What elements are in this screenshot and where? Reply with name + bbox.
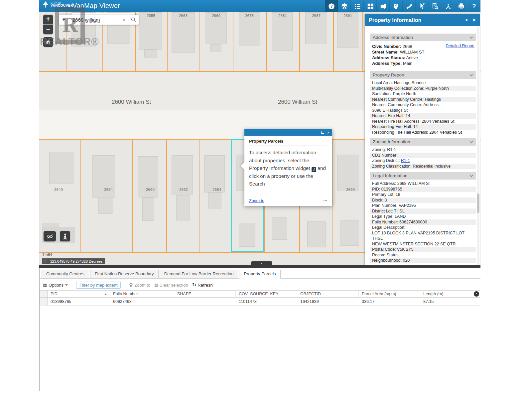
table-row[interactable]: 013998765 60627468 11011478 16421939 336…	[40, 298, 480, 306]
column-header-folio-number[interactable]: Folio Number	[110, 291, 174, 297]
basemap-gallery-tool-button[interactable]	[364, 0, 377, 12]
measure-tool-button[interactable]	[403, 0, 416, 12]
panel-collapse-tab[interactable]: ▼	[251, 261, 272, 265]
search-button[interactable]	[128, 15, 139, 25]
parcel-number: 2691	[338, 14, 358, 18]
print-tool-button[interactable]	[455, 0, 467, 12]
row-selector[interactable]	[40, 298, 48, 305]
section-address-information[interactable]: Address Information	[370, 34, 476, 41]
refresh-button[interactable]: ↻ Refresh	[192, 282, 213, 288]
parcel-number: 2669	[206, 14, 226, 18]
parcel-line	[332, 139, 333, 253]
coordinates-bar[interactable]: + -123.049878 49.274328 Degrees	[42, 258, 105, 264]
home-extent-button[interactable]	[43, 37, 53, 47]
parcel-line	[200, 12, 200, 71]
info-row: Record Status:	[370, 252, 476, 258]
app-title: VanMap Viewer	[72, 2, 120, 10]
column-header-parcel-area[interactable]: Parcel Area (sq m)	[359, 291, 420, 297]
close-panel-icon[interactable]: ×	[472, 17, 476, 24]
cell-pid: 013998765	[48, 298, 110, 305]
section-label: Legal Information	[373, 173, 407, 178]
zoom-to-link[interactable]: Zoom to	[249, 199, 264, 203]
zoom-out-button[interactable]: −	[43, 25, 53, 34]
column-header-objectid[interactable]: OBJECTID	[297, 291, 359, 297]
info-tool-button[interactable]: i	[325, 0, 338, 12]
help-icon: ?	[472, 3, 476, 10]
info-row: Postal Code: V5K 2Y5	[370, 247, 476, 252]
cell-folio-number: 60627468	[110, 298, 174, 305]
zoom-to-button[interactable]: Zoom to	[129, 283, 150, 288]
panel-scrollbar-thumb[interactable]	[477, 194, 479, 213]
column-header-length[interactable]: Length (m)	[420, 291, 473, 297]
parcel-line	[233, 12, 233, 71]
building-footprint	[337, 155, 359, 191]
zoom-in-button[interactable]: +	[43, 15, 53, 24]
query-tool-button[interactable]	[429, 0, 442, 12]
section-legal-information[interactable]: Legal Information	[370, 172, 476, 180]
building-footprint	[210, 44, 221, 52]
info-row: Block: 3	[370, 198, 476, 203]
popup-title: Property Parcels	[249, 139, 328, 146]
building-footprint	[142, 198, 154, 221]
tab-community-centres[interactable]: Community Centres	[42, 270, 89, 278]
parcel-number: 2687	[306, 14, 326, 18]
search-input[interactable]: 2668 william ×	[69, 15, 128, 25]
field-value: WILLIAM ST	[400, 50, 425, 55]
chevron-down-icon	[470, 36, 473, 39]
visibility-toggle-button[interactable]	[44, 231, 56, 241]
parcel-line	[362, 12, 363, 71]
parcel-number: 2654	[98, 188, 118, 192]
draw-tool-button[interactable]	[390, 0, 403, 12]
query-search-icon	[432, 3, 439, 10]
tab-first-nation-reserve-boundary[interactable]: First Nation Reserve Boundary	[90, 270, 159, 278]
clear-search-icon[interactable]: ×	[120, 17, 128, 23]
more-options-icon[interactable]: •••	[324, 199, 328, 202]
column-header-shape[interactable]: SHAPE	[174, 291, 236, 297]
filter-by-map-extent-button[interactable]: Filter by map extent	[76, 282, 121, 289]
tab-property-parcels[interactable]: Property Parcels	[239, 270, 280, 279]
legend-tool-button[interactable]	[351, 0, 364, 12]
collapse-panel-icon[interactable]: »	[463, 19, 468, 21]
detailed-report-link[interactable]: Detailed Report	[446, 44, 474, 48]
building-footprint	[272, 12, 293, 51]
palette-icon	[393, 3, 400, 10]
table-options-icon[interactable]: ×	[474, 291, 479, 297]
maximize-icon[interactable]	[321, 131, 324, 134]
building-footprint	[144, 50, 157, 58]
parcel-number: 2690	[340, 188, 360, 192]
zoning-district-link[interactable]: R1-1	[401, 158, 410, 163]
help-tool-button[interactable]: ?	[467, 0, 480, 12]
tab-demand-for-low-barrier-recreation[interactable]: Demand For Low Barrier Recreation	[160, 270, 238, 278]
panel-scrollbar-track[interactable]	[477, 26, 479, 265]
layers-icon	[341, 3, 348, 10]
parcel-line	[299, 12, 300, 71]
panel-splitter[interactable]	[39, 265, 480, 268]
share-tool-button[interactable]	[442, 0, 455, 12]
info-icon: i	[328, 3, 335, 10]
parcel-number: 2663	[173, 14, 193, 18]
section-property-report[interactable]: Property Report	[370, 71, 476, 79]
panel-title: Property Information	[369, 17, 421, 23]
add-data-tool-button[interactable]	[377, 0, 390, 12]
layers-tool-button[interactable]	[338, 0, 351, 12]
options-button[interactable]: ▦ Options	[43, 283, 68, 288]
parcel-line	[167, 12, 168, 71]
property-report-rows: Local Area: Hastings-Sunrise Multi-famil…	[370, 79, 476, 135]
search-source-dropdown[interactable]	[59, 15, 69, 25]
section-zoning-information[interactable]: Zoning Information	[370, 138, 476, 146]
parcel-number: 2681	[273, 14, 293, 18]
building-footprint	[172, 12, 195, 53]
info-row: District Lot: THSL	[370, 208, 476, 214]
street-view-button[interactable]	[60, 231, 70, 241]
field-label: Address Type:	[372, 61, 402, 66]
property-parcels-popup: × Property Parcels To access detailed in…	[244, 129, 332, 206]
column-header-pid[interactable]: PID ▲	[48, 291, 110, 297]
column-header-cov-source-key[interactable]: COV_SOURCE_KEY	[236, 291, 297, 297]
select-tool-button[interactable]	[416, 0, 429, 12]
clear-selection-button[interactable]: ⊠ Clear selection	[154, 282, 188, 288]
chevron-down-icon	[470, 73, 473, 76]
share-icon	[445, 3, 452, 10]
close-icon[interactable]: ×	[327, 130, 330, 135]
map-canvas[interactable]: 2655 2663 2669 2675 2681 2687 2691 2640 …	[39, 12, 480, 265]
parcel-number: 2662	[174, 188, 194, 192]
